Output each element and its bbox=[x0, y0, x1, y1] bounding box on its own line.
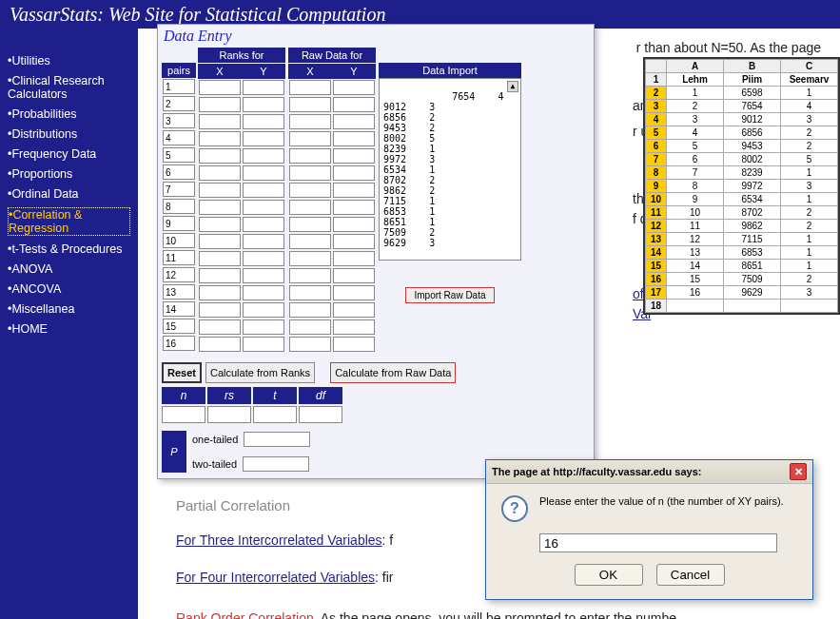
pairs-col-input[interactable] bbox=[163, 216, 195, 231]
ranksx-input[interactable] bbox=[199, 183, 241, 198]
ranksx-input[interactable] bbox=[199, 234, 241, 249]
link-four-vars[interactable]: For Four Intercorrelated Variables bbox=[176, 568, 375, 588]
pairs-col-input[interactable] bbox=[163, 250, 195, 265]
rawx-input[interactable] bbox=[289, 337, 331, 352]
ranksx-input[interactable] bbox=[199, 148, 241, 164]
rawx-input[interactable] bbox=[289, 302, 331, 318]
stat-t-input[interactable] bbox=[253, 406, 297, 423]
rawx-input[interactable] bbox=[289, 285, 331, 300]
rawy-input[interactable] bbox=[333, 200, 375, 215]
sidebar-item-clinical[interactable]: •Clinical Research Calculators bbox=[8, 74, 130, 101]
ranksx-input[interactable] bbox=[199, 337, 241, 352]
pairs-col-input[interactable] bbox=[163, 79, 195, 94]
stat-rs-input[interactable] bbox=[207, 406, 251, 423]
pairs-col-input[interactable] bbox=[163, 96, 195, 111]
pairs-col-input[interactable] bbox=[163, 130, 195, 145]
pairs-col-input[interactable] bbox=[163, 113, 195, 128]
one-tailed-input[interactable] bbox=[244, 432, 310, 447]
pairs-col-input[interactable] bbox=[163, 182, 195, 197]
sidebar-item-ttests[interactable]: •t-Tests & Procedures bbox=[8, 242, 130, 256]
ranksy-input[interactable] bbox=[243, 251, 284, 266]
rawx-input[interactable] bbox=[289, 165, 331, 181]
sidebar-item-utilities[interactable]: •Utilities bbox=[8, 54, 130, 68]
sidebar-item-anova[interactable]: •ANOVA bbox=[8, 262, 130, 276]
rawy-input[interactable] bbox=[333, 268, 375, 283]
ranksy-input[interactable] bbox=[243, 200, 284, 215]
pairs-col-input[interactable] bbox=[163, 147, 195, 163]
sidebar-item-frequency[interactable]: •Frequency Data bbox=[8, 147, 130, 161]
pairs-col-input[interactable] bbox=[163, 267, 195, 282]
sidebar-item-correlation[interactable]: •Correlation & Regression bbox=[8, 207, 130, 236]
ranksx-input[interactable] bbox=[199, 114, 241, 129]
ranksy-input[interactable] bbox=[243, 234, 284, 249]
rawx-input[interactable] bbox=[289, 217, 331, 232]
rawx-input[interactable] bbox=[289, 268, 331, 283]
two-tailed-input[interactable] bbox=[243, 456, 309, 472]
pairs-col-input[interactable] bbox=[163, 284, 195, 300]
link-rank-order[interactable]: Rank Order Correlation. bbox=[176, 610, 318, 620]
ranksx-input[interactable] bbox=[199, 285, 241, 300]
rawx-input[interactable] bbox=[289, 251, 331, 266]
rawy-input[interactable] bbox=[333, 148, 375, 164]
stat-n-input[interactable] bbox=[162, 406, 205, 423]
rawx-input[interactable] bbox=[289, 131, 331, 146]
sidebar-item-ordinal[interactable]: •Ordinal Data bbox=[8, 187, 130, 201]
rawy-input[interactable] bbox=[333, 234, 375, 249]
pairs-col-input[interactable] bbox=[163, 319, 195, 334]
ranksy-input[interactable] bbox=[243, 319, 284, 335]
rawy-input[interactable] bbox=[333, 217, 375, 232]
stat-df-input[interactable] bbox=[299, 406, 342, 423]
ranksy-input[interactable] bbox=[243, 148, 284, 164]
import-raw-button[interactable]: Import Raw Data bbox=[405, 287, 494, 303]
ranksx-input[interactable] bbox=[199, 319, 241, 335]
ranksx-input[interactable] bbox=[199, 251, 241, 266]
rawy-input[interactable] bbox=[333, 302, 375, 318]
pairs-col-input[interactable] bbox=[163, 301, 195, 317]
rawy-input[interactable] bbox=[333, 165, 375, 181]
ranksx-input[interactable] bbox=[199, 302, 241, 318]
rawx-input[interactable] bbox=[289, 319, 331, 335]
ranksy-input[interactable] bbox=[243, 131, 284, 146]
pairs-col-input[interactable] bbox=[163, 233, 195, 248]
ranksy-input[interactable] bbox=[243, 302, 284, 318]
ranksy-input[interactable] bbox=[243, 217, 284, 232]
ranksy-input[interactable] bbox=[243, 285, 284, 300]
ranksx-input[interactable] bbox=[199, 200, 241, 215]
ranksy-input[interactable] bbox=[243, 268, 284, 283]
ranksy-input[interactable] bbox=[243, 337, 284, 352]
calc-ranks-button[interactable]: Calculate from Ranks bbox=[205, 362, 315, 383]
rawx-input[interactable] bbox=[289, 97, 331, 112]
ranksy-input[interactable] bbox=[243, 183, 284, 198]
ok-button[interactable]: OK bbox=[575, 564, 643, 586]
rawy-input[interactable] bbox=[333, 80, 375, 95]
rawy-input[interactable] bbox=[333, 319, 375, 335]
rawy-input[interactable] bbox=[333, 131, 375, 146]
rawy-input[interactable] bbox=[333, 97, 375, 112]
sidebar-item-proportions[interactable]: •Proportions bbox=[8, 167, 130, 181]
cancel-button[interactable]: Cancel bbox=[656, 564, 725, 586]
rawy-input[interactable] bbox=[333, 337, 375, 352]
sidebar-item-probabilities[interactable]: •Probabilities bbox=[8, 107, 130, 121]
pairs-col-input[interactable] bbox=[163, 164, 195, 180]
sidebar-item-misc[interactable]: •Miscellanea bbox=[8, 302, 130, 316]
calc-raw-button[interactable]: Calculate from Raw Data bbox=[330, 362, 456, 383]
rawy-input[interactable] bbox=[333, 183, 375, 198]
sidebar-item-home[interactable]: •HOME bbox=[8, 322, 130, 336]
rawx-input[interactable] bbox=[289, 183, 331, 198]
rawx-input[interactable] bbox=[289, 148, 331, 164]
dialog-input[interactable] bbox=[539, 533, 777, 552]
close-icon[interactable]: ✕ bbox=[790, 463, 807, 480]
pairs-col-input[interactable] bbox=[163, 199, 195, 214]
rawy-input[interactable] bbox=[333, 251, 375, 266]
ranksy-input[interactable] bbox=[243, 97, 284, 112]
ranksx-input[interactable] bbox=[199, 80, 241, 95]
ranksy-input[interactable] bbox=[243, 114, 284, 129]
ranksx-input[interactable] bbox=[199, 131, 241, 146]
rawx-input[interactable] bbox=[289, 114, 331, 129]
rawx-input[interactable] bbox=[289, 200, 331, 215]
link-three-vars[interactable]: For Three Intercorrelated Variables bbox=[176, 531, 382, 551]
reset-button[interactable]: Reset bbox=[162, 362, 202, 383]
pairs-col-input[interactable] bbox=[163, 336, 195, 351]
scroll-up-icon[interactable]: ▲ bbox=[507, 81, 518, 92]
ranksx-input[interactable] bbox=[199, 97, 241, 112]
